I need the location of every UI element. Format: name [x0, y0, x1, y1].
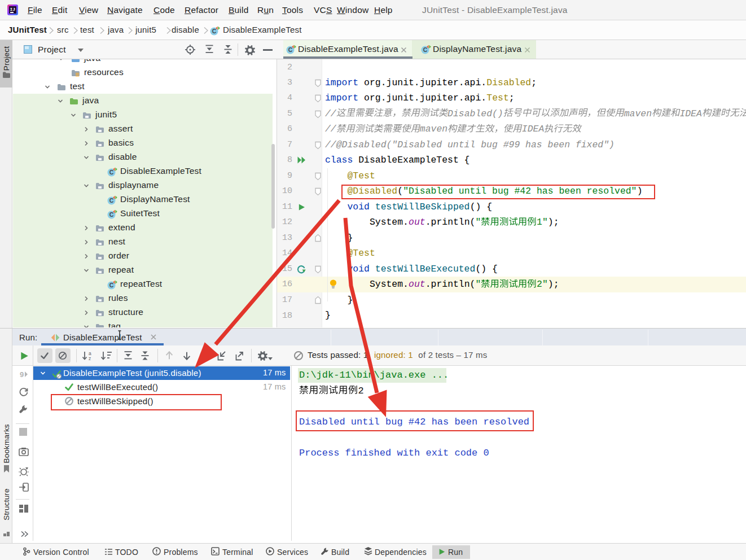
svg-text:C: C: [423, 46, 428, 53]
svg-text:C: C: [109, 211, 114, 218]
svg-text:C: C: [109, 169, 114, 176]
svg-text:C: C: [109, 197, 114, 204]
svg-text:z: z: [89, 356, 91, 361]
svg-text:C: C: [212, 28, 217, 34]
svg-text:9: 9: [20, 370, 24, 379]
svg-text:C: C: [288, 46, 293, 53]
svg-text:C: C: [109, 282, 114, 288]
